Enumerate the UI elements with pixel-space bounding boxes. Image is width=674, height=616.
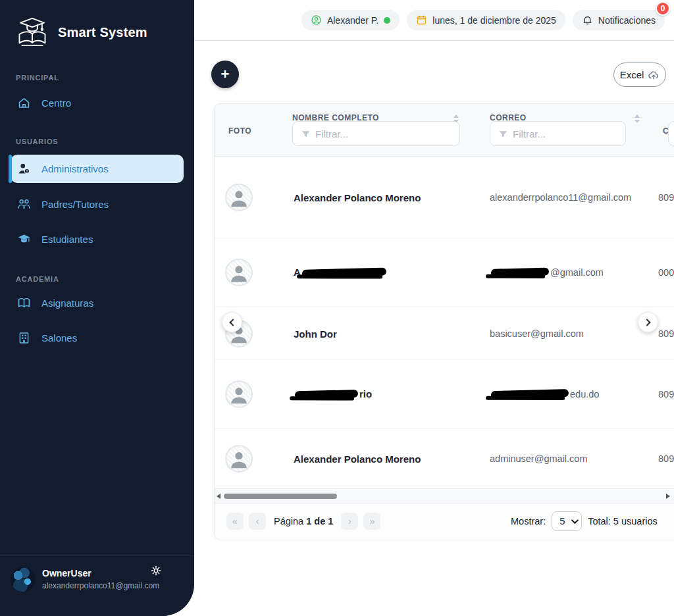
funnel-icon (301, 129, 311, 139)
last-page-button[interactable]: » (363, 513, 380, 530)
section-label-usuarios: USUARIOS (11, 138, 184, 145)
avatar (225, 445, 253, 473)
sidebar-item-estudiantes[interactable]: Estudiantes (11, 227, 184, 251)
current-user-pill[interactable]: Alexander P. (301, 10, 400, 30)
sidebar-item-label: Administrativos (41, 163, 109, 174)
next-page-button[interactable]: › (341, 513, 358, 530)
user-contact: 809 (658, 453, 674, 464)
user-email: alexanderrpolanco11@gmail.com (490, 192, 631, 203)
add-user-button[interactable]: + (211, 61, 239, 88)
app-title: Smart System (58, 25, 147, 40)
bell-icon (582, 14, 593, 26)
avatar (225, 259, 253, 286)
user-email-redacted: @gmail.com (490, 267, 604, 278)
user-email: adminuser@gmail.com (490, 453, 588, 464)
parents-group-icon (17, 197, 31, 211)
sidebar-item-label: Padres/Tutores (41, 199, 109, 210)
scroll-left-button[interactable] (222, 312, 242, 332)
pagination: « ‹ Página 1 de 1 › » (226, 513, 380, 530)
open-book-icon (17, 296, 31, 310)
cloud-upload-icon (648, 69, 660, 81)
page-size-controls: Mostrar: 5 Total: 5 usuarios (511, 511, 658, 531)
page-indicator: Página 1 de 1 (274, 516, 333, 526)
sidebar-item-asignaturas[interactable]: Asignaturas (11, 291, 184, 315)
table-row[interactable]: Alexander Polanco Moreno adminuser@gmail… (215, 428, 674, 488)
sidebar-item-label: Centro (41, 97, 71, 109)
online-status-dot (384, 17, 390, 24)
table-header: FOTO NOMBRE COMPLETO CORREO CO (215, 104, 674, 157)
user-name: John Dor (294, 328, 337, 339)
table-row[interactable]: A @gmail.com 000 (215, 238, 674, 307)
avatar (225, 380, 253, 408)
table-row[interactable]: Alexander Polanco Moreno alexanderrpolan… (215, 157, 674, 238)
mostrar-label: Mostrar: (511, 516, 546, 526)
chevron-down-icon (571, 517, 579, 524)
user-name: Alexander Polanco Moreno (294, 192, 421, 203)
scroll-right-button[interactable] (638, 312, 658, 332)
owner-avatar (11, 567, 36, 592)
sidebar-item-label: Salones (41, 332, 77, 344)
sidebar: Smart System PRINCIPAL Centro USUARIOS A… (0, 0, 194, 616)
user-contact: 809 (658, 192, 674, 203)
sidebar-item-padres-tutores[interactable]: Padres/Tutores (11, 192, 184, 217)
user-contact: 809 (658, 389, 674, 399)
export-excel-button[interactable]: Excel (613, 63, 666, 87)
section-label-principal: PRINCIPAL (11, 74, 184, 82)
table-footer: « ‹ Página 1 de 1 › » Mostrar: 5 Total: … (215, 503, 674, 540)
topbar: Alexander P. lunes, 1 de diciembre de 20… (194, 0, 674, 41)
sidebar-item-salones[interactable]: Salones (11, 326, 184, 350)
plus-icon: + (221, 66, 230, 83)
scrollbar-left-arrow[interactable] (217, 494, 220, 499)
column-header-foto: FOTO (228, 126, 251, 136)
prev-page-button[interactable]: ‹ (249, 513, 266, 530)
redaction-scribble (302, 267, 386, 279)
user-circle-icon (311, 14, 322, 26)
per-page-select[interactable]: 5 (552, 511, 582, 531)
redaction-scribble (491, 389, 569, 401)
current-date: lunes, 1 de diciembre de 2025 (432, 15, 556, 26)
sidebar-item-label: Asignaturas (41, 297, 93, 309)
funnel-icon (498, 129, 508, 139)
chevron-left-icon (229, 319, 236, 326)
smart-system-logo-icon (14, 16, 50, 49)
user-name: Alexander Polanco Moreno (294, 453, 421, 465)
brand: Smart System (0, 0, 194, 49)
redaction-scribble (295, 390, 358, 401)
notifications-button[interactable]: Notificaciones 0 (573, 10, 665, 30)
user-name-redacted: A (294, 267, 388, 278)
date-pill[interactable]: lunes, 1 de diciembre de 2025 (407, 10, 565, 30)
horizontal-scrollbar[interactable] (215, 488, 674, 503)
sort-icon[interactable] (635, 115, 640, 124)
table-row[interactable]: rio edu.do 809 (215, 359, 674, 428)
total-count: Total: 5 usuarios (588, 516, 658, 526)
user-email: basicuser@gmail.com (490, 328, 584, 339)
current-user-name: Alexander P. (327, 15, 378, 26)
graduation-cap-icon (17, 232, 31, 246)
redaction-scribble (491, 267, 549, 278)
scrollbar-right-arrow[interactable] (666, 494, 670, 499)
section-label-academia: ACADEMIA (11, 275, 184, 283)
user-contact: 000 (658, 267, 674, 278)
home-icon (17, 96, 31, 110)
sidebar-item-label: Estudiantes (41, 234, 93, 245)
calendar-icon (416, 14, 427, 26)
sidebar-user-footer: OwnerUser alexanderrpolanco11@gmail.com (0, 555, 194, 616)
filter-correo (490, 121, 626, 146)
filter-nombre (292, 121, 460, 146)
notifications-badge: 0 (656, 1, 670, 16)
excel-label: Excel (620, 69, 644, 80)
table-row[interactable]: John Dor basicuser@gmail.com 809 (215, 307, 674, 359)
filter-input-nombre[interactable] (315, 122, 457, 145)
avatar (225, 184, 253, 211)
chevron-right-icon (643, 319, 650, 326)
sidebar-item-administrativos[interactable]: Administrativos (11, 155, 184, 183)
filter-input-correo[interactable] (513, 122, 623, 145)
first-page-button[interactable]: « (226, 513, 244, 530)
user-name-redacted: rio (294, 388, 372, 400)
gear-icon[interactable] (149, 564, 163, 577)
scrollbar-thumb[interactable] (224, 494, 337, 499)
notifications-label: Notificaciones (598, 15, 656, 26)
user-contact: 809 (658, 328, 674, 339)
user-shield-icon (17, 162, 31, 176)
sidebar-item-centro[interactable]: Centro (11, 91, 184, 115)
